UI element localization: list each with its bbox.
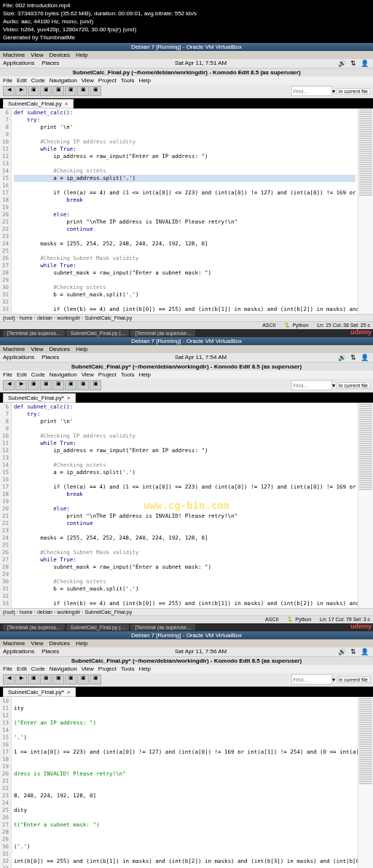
code-line[interactable] bbox=[14, 785, 356, 792]
dropdown-icon[interactable]: ▾ bbox=[332, 382, 335, 389]
code-line[interactable]: a = ip_address.split('.') bbox=[14, 469, 356, 476]
code-line[interactable] bbox=[14, 836, 356, 843]
vbox-menu-item[interactable]: Machine bbox=[3, 640, 25, 647]
toolbar-buttons[interactable]: ◀▶▣▣▣▣▣▣ bbox=[3, 380, 102, 390]
code-line[interactable]: 8, 240, 224, 192, 128, 0] bbox=[14, 792, 356, 800]
menu-item[interactable]: Code bbox=[31, 666, 45, 672]
code-line[interactable] bbox=[14, 277, 356, 284]
code-line[interactable]: while True: bbox=[14, 440, 356, 447]
code-line[interactable] bbox=[14, 527, 356, 534]
code-editor[interactable]: 6789101112131415161718192021222324252627… bbox=[0, 108, 373, 314]
network-icon[interactable]: ⇅ bbox=[350, 354, 356, 361]
code-line[interactable]: ip_address = raw_input("Enter an IP addr… bbox=[14, 153, 356, 160]
code-line[interactable] bbox=[14, 131, 356, 138]
menu-item[interactable]: Tools bbox=[121, 666, 135, 672]
menu-item[interactable]: Edit bbox=[17, 666, 27, 672]
code-line[interactable]: while True: bbox=[14, 146, 356, 153]
code-line[interactable]: ("Enter an IP address: ") bbox=[14, 719, 356, 727]
code-area[interactable]: def subnet_calc(): try: print '\n' #Chec… bbox=[12, 403, 358, 608]
breadcrumb-item[interactable]: home bbox=[20, 315, 33, 320]
code-line[interactable] bbox=[14, 233, 356, 240]
code-line[interactable] bbox=[14, 778, 356, 785]
code-line[interactable]: print "\nThe IP address is INVALID! Plea… bbox=[14, 218, 356, 226]
menu-item[interactable]: Code bbox=[31, 371, 45, 378]
vbox-menu-item[interactable]: Help bbox=[76, 640, 87, 647]
code-area[interactable]: def subnet_calc(): try: print '\n' #Chec… bbox=[12, 108, 358, 314]
menu-item[interactable]: View bbox=[82, 371, 94, 378]
gnome-menu-item[interactable]: Applications bbox=[3, 354, 34, 360]
code-line[interactable]: while True: bbox=[14, 262, 356, 269]
taskbar-item[interactable]: SubnetCalc_Final.py (... bbox=[66, 330, 130, 336]
code-line[interactable]: if (len(a) == 4) and (1 <= int(a[0]) <= … bbox=[14, 189, 356, 197]
breadcrumb-item[interactable]: workingdir bbox=[57, 315, 80, 320]
vbox-menu-item[interactable]: Devices bbox=[49, 346, 69, 352]
code-line[interactable] bbox=[14, 476, 356, 484]
code-area[interactable]: ity ("Enter an IP address: ") '.') 1 <= … bbox=[12, 697, 358, 868]
gnome-menu-item[interactable]: Applications bbox=[3, 60, 34, 66]
code-line[interactable]: break bbox=[14, 491, 356, 498]
menu-item[interactable]: Help bbox=[138, 371, 150, 378]
menu-item[interactable]: Tools bbox=[121, 371, 135, 378]
code-line[interactable]: if (len(b) == 4) and (int(b[0]) == 255) … bbox=[14, 306, 356, 313]
close-icon[interactable]: × bbox=[67, 395, 71, 401]
vbox-menu-item[interactable]: View bbox=[31, 52, 43, 58]
menu-item[interactable]: Project bbox=[98, 666, 117, 672]
menu-item[interactable]: Help bbox=[138, 666, 150, 672]
code-line[interactable]: dity bbox=[14, 807, 356, 814]
volume-icon[interactable]: 🔊 bbox=[338, 60, 346, 67]
code-line[interactable]: else: bbox=[14, 211, 356, 218]
editor-tab[interactable]: SubnetCalc_Final.py*× bbox=[3, 687, 76, 697]
code-line[interactable]: #Checking octets bbox=[14, 578, 356, 585]
find-scope[interactable]: In current file bbox=[337, 88, 370, 95]
code-line[interactable] bbox=[14, 454, 356, 462]
code-line[interactable]: while True: bbox=[14, 556, 356, 564]
code-line[interactable]: def subnet_calc(): bbox=[14, 109, 356, 117]
system-tray[interactable]: 🔊⇅👤 bbox=[335, 648, 370, 655]
vbox-menu-item[interactable]: Devices bbox=[49, 52, 69, 58]
code-line[interactable]: '.') bbox=[14, 734, 356, 741]
close-icon[interactable]: × bbox=[67, 689, 71, 695]
find-scope[interactable]: In current file bbox=[337, 382, 370, 389]
code-line[interactable]: continue bbox=[14, 520, 356, 527]
code-line[interactable]: if (len(a) == 4) and (1 <= int(a[0]) <= … bbox=[14, 484, 356, 491]
menu-item[interactable]: Edit bbox=[17, 77, 27, 84]
network-icon[interactable]: ⇅ bbox=[350, 60, 356, 67]
code-line[interactable]: try: bbox=[14, 117, 356, 124]
code-line[interactable]: print '\n' bbox=[14, 418, 356, 425]
code-line[interactable]: ip_address = raw_input("Enter an IP addr… bbox=[14, 447, 356, 454]
find-input[interactable] bbox=[291, 86, 332, 96]
code-line[interactable]: #Checking IP address validity bbox=[14, 138, 356, 146]
minimap[interactable] bbox=[358, 403, 373, 608]
code-line[interactable] bbox=[14, 299, 356, 306]
vbox-menu-item[interactable]: Machine bbox=[3, 346, 25, 352]
code-line[interactable]: ('.') bbox=[14, 843, 356, 851]
editor-tab[interactable]: SubnetCalc_Final.py*× bbox=[3, 393, 76, 403]
code-line[interactable] bbox=[14, 204, 356, 211]
code-line[interactable] bbox=[14, 498, 356, 505]
system-tray[interactable]: 🔊⇅👤 bbox=[335, 60, 370, 67]
code-line[interactable]: if (len(b) == 4) and (int(b[0]) == 255) … bbox=[14, 600, 356, 607]
code-line[interactable]: masks = [255, 254, 252, 248, 240, 224, 1… bbox=[14, 534, 356, 542]
code-line[interactable] bbox=[14, 814, 356, 821]
taskbar-item[interactable]: [Terminal (as superuse... bbox=[130, 330, 195, 336]
breadcrumb-item[interactable]: home bbox=[20, 609, 33, 615]
close-icon[interactable]: × bbox=[65, 100, 68, 107]
gnome-menu-item[interactable]: Places bbox=[42, 354, 59, 360]
code-line[interactable]: a = ip_address.split('.') bbox=[14, 175, 356, 182]
code-line[interactable] bbox=[14, 542, 356, 549]
breadcrumb-item[interactable]: (root) bbox=[3, 609, 15, 615]
menu-item[interactable]: Code bbox=[31, 77, 45, 84]
vbox-menu-item[interactable]: Machine bbox=[3, 52, 25, 58]
editor-tab[interactable]: SubnetCalc_Final.py× bbox=[3, 99, 74, 108]
code-line[interactable] bbox=[14, 851, 356, 858]
network-icon[interactable]: ⇅ bbox=[350, 648, 356, 655]
vbox-menu-item[interactable]: Help bbox=[76, 52, 87, 58]
code-line[interactable]: #Checking Subnet Mask validity bbox=[14, 255, 356, 262]
code-line[interactable]: subnet_mask = raw_input("Enter a subnet … bbox=[14, 564, 356, 571]
vbox-menu-item[interactable]: Devices bbox=[49, 640, 69, 647]
gnome-menu-item[interactable]: Places bbox=[42, 648, 59, 655]
breadcrumb-item[interactable]: (root) bbox=[3, 315, 15, 320]
code-line[interactable] bbox=[14, 756, 356, 763]
breadcrumb-item[interactable]: workingdir bbox=[57, 609, 80, 615]
dropdown-icon[interactable]: ▾ bbox=[332, 88, 335, 95]
